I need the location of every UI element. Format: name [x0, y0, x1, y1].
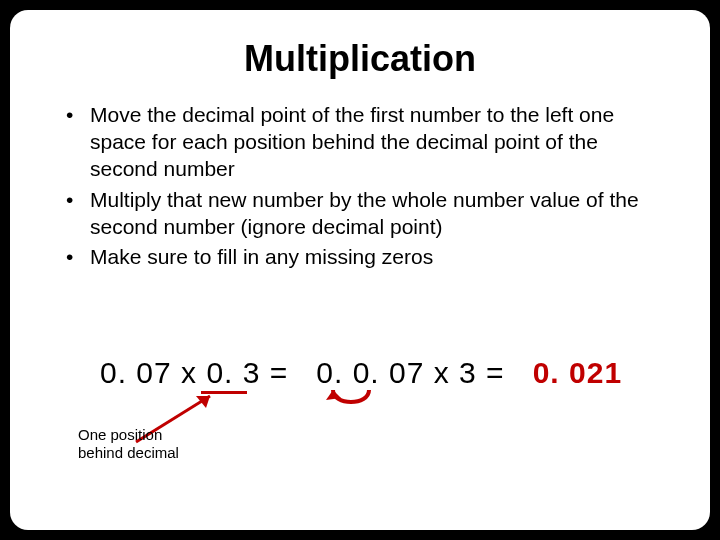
svg-marker-2 — [326, 390, 341, 400]
underline-annotation — [201, 391, 247, 394]
equation: 0. 07 x 0. 3 = 0. 0. 07 x 3 = 0. 021 — [100, 356, 622, 390]
caption-line: behind decimal — [78, 444, 179, 462]
svg-marker-1 — [196, 396, 210, 408]
slide: Multiplication Move the decimal point of… — [10, 10, 710, 530]
bullet-item: Multiply that new number by the whole nu… — [60, 187, 666, 241]
bullet-item: Make sure to fill in any missing zeros — [60, 244, 666, 271]
caption: One position behind decimal — [78, 426, 179, 462]
equation-lhs: 0. 07 x 0. 3 = — [100, 356, 288, 389]
slide-title: Multiplication — [54, 38, 666, 80]
caption-line: One position — [78, 426, 179, 444]
curved-arrow-icon — [321, 388, 381, 416]
bullet-list: Move the decimal point of the first numb… — [60, 102, 666, 271]
bullet-item: Move the decimal point of the first numb… — [60, 102, 666, 183]
equation-mid: 0. 0. 07 x 3 = — [316, 356, 504, 389]
equation-answer: 0. 021 — [533, 356, 622, 389]
